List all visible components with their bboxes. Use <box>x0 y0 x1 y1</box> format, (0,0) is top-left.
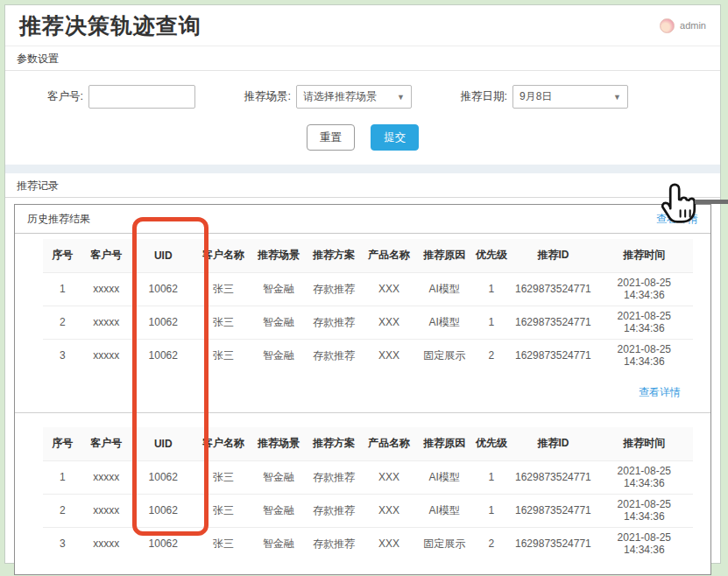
column-header: 推荐时间 <box>596 427 693 460</box>
column-header: 客户名称 <box>195 239 251 272</box>
table-cell: 1629873524771 <box>511 306 595 339</box>
table-cell: 智金融 <box>251 460 306 494</box>
date-select[interactable]: 9月8日 ▼ <box>512 85 628 109</box>
table-cell: xxxxx <box>82 272 131 306</box>
table-cell: 张三 <box>195 460 251 494</box>
history-results-box: 历史推荐结果 查看详情 序号客户号UID客户名称推荐场景推荐方案产品名称推荐原因… <box>14 204 711 575</box>
column-header: 推荐场景 <box>251 239 306 272</box>
column-header: 推荐方案 <box>306 427 361 460</box>
recommendation-table-2: 序号客户号UID客户名称推荐场景推荐方案产品名称推荐原因优先级推荐ID推荐时间 … <box>43 427 693 560</box>
table-cell: 智金融 <box>251 272 306 306</box>
table-cell: 1 <box>472 494 512 527</box>
table-cell: 10062 <box>131 306 195 339</box>
table-cell: 张三 <box>195 527 251 560</box>
table-cell: AI模型 <box>417 306 472 339</box>
table-cell: xxxxx <box>82 494 131 527</box>
customer-label: 客户号: <box>47 89 83 104</box>
column-header: 推荐ID <box>511 239 595 272</box>
reset-button[interactable]: 重置 <box>307 124 355 151</box>
column-header: 序号 <box>43 239 82 272</box>
column-header: 推荐原因 <box>417 239 472 272</box>
table-cell: 智金融 <box>251 339 306 372</box>
table-header-row: 序号客户号UID客户名称推荐场景推荐方案产品名称推荐原因优先级推荐ID推荐时间 <box>43 427 693 460</box>
chevron-down-icon: ▼ <box>397 93 405 102</box>
table-cell: 3 <box>43 527 82 560</box>
column-header: 客户号 <box>82 427 131 460</box>
table-cell: 1629873524771 <box>511 460 595 494</box>
table-cell: 固定展示 <box>417 527 472 560</box>
table-1-wrap: 序号客户号UID客户名称推荐场景推荐方案产品名称推荐原因优先级推荐ID推荐时间 … <box>15 234 710 372</box>
table-cell: 2021-08-25 14:34:36 <box>596 494 693 527</box>
table-cell: 2021-08-25 14:34:36 <box>596 272 693 306</box>
user-name: admin <box>680 20 706 31</box>
table-row: 3xxxxx10062张三智金融存款推荐XXX固定展示2162987352477… <box>43 527 693 560</box>
page-header: 推荐决策轨迹查询 admin <box>5 5 720 46</box>
chevron-down-icon: ▼ <box>613 93 621 102</box>
column-header: 优先级 <box>472 239 512 272</box>
column-header: 推荐时间 <box>596 239 693 272</box>
table-cell: 2 <box>43 494 82 527</box>
column-header: UID <box>131 427 195 460</box>
params-panel-title: 参数设置 <box>5 46 720 71</box>
table-cell: xxxxx <box>82 527 131 560</box>
table-cell: 存款推荐 <box>306 272 361 306</box>
table-cell: 存款推荐 <box>306 306 361 339</box>
table-cell: 10062 <box>131 272 195 306</box>
table-cell: XXX <box>362 460 417 494</box>
column-header: 推荐ID <box>511 427 595 460</box>
table-cell: xxxxx <box>82 306 131 339</box>
table-cell: 张三 <box>195 272 251 306</box>
column-header: 优先级 <box>472 427 512 460</box>
column-header: 客户号 <box>82 239 131 272</box>
table-cell: 1 <box>472 272 512 306</box>
table-cell: XXX <box>362 339 417 372</box>
date-field-group: 推荐日期: 9月8日 ▼ <box>461 85 628 109</box>
table-cell: xxxxx <box>82 460 131 494</box>
column-header: 推荐原因 <box>417 427 472 460</box>
column-header: 推荐方案 <box>306 239 361 272</box>
table-cell: 10062 <box>131 527 195 560</box>
table-cell: 固定展示 <box>417 339 472 372</box>
table-cell: 2021-08-25 14:34:36 <box>596 339 693 372</box>
table-cell: 智金融 <box>251 494 306 527</box>
table-cell: 存款推荐 <box>306 494 361 527</box>
params-panel: 参数设置 客户号: 推荐场景: 请选择推荐场景 ▼ 推荐日期: 9 <box>5 46 720 151</box>
column-header: 产品名称 <box>362 239 417 272</box>
column-header: 产品名称 <box>362 427 417 460</box>
table-cell: 存款推荐 <box>306 460 361 494</box>
column-header: 客户名称 <box>195 427 251 460</box>
recommendation-table-1: 序号客户号UID客户名称推荐场景推荐方案产品名称推荐原因优先级推荐ID推荐时间 … <box>43 239 693 372</box>
table-cell: XXX <box>362 527 417 560</box>
table-row: 2xxxxx10062张三智金融存款推荐XXXAI模型1162987352477… <box>43 494 693 527</box>
customer-field-group: 客户号: <box>47 85 195 109</box>
table-cell: AI模型 <box>417 460 472 494</box>
view-detail-link-middle[interactable]: 查看详情 <box>639 386 681 398</box>
table-cell: 1 <box>43 272 82 306</box>
table-cell: 2021-08-25 14:34:36 <box>596 460 693 494</box>
view-detail-link-top[interactable]: 查看详情 <box>656 212 698 227</box>
customer-input[interactable] <box>88 85 195 109</box>
table-divider <box>15 412 710 413</box>
column-header: 序号 <box>43 427 82 460</box>
table-cell: 1 <box>472 306 512 339</box>
date-select-value: 9月8日 <box>519 89 552 104</box>
table-cell: 1629873524771 <box>511 527 595 560</box>
submit-button[interactable]: 提交 <box>371 124 419 151</box>
scene-select[interactable]: 请选择推荐场景 ▼ <box>296 85 412 109</box>
table-cell: 2 <box>472 527 512 560</box>
table-cell: 10062 <box>131 460 195 494</box>
table-cell: 1629873524771 <box>511 339 595 372</box>
table-cell: 3 <box>43 339 82 372</box>
table-cell: AI模型 <box>417 494 472 527</box>
table-cell: 1629873524771 <box>511 272 595 306</box>
table-cell: 2 <box>43 306 82 339</box>
table-cell: 张三 <box>195 494 251 527</box>
user-area[interactable]: admin <box>660 18 706 33</box>
table-row: 1xxxxx10062张三智金融存款推荐XXXAI模型1162987352477… <box>43 272 693 306</box>
page-container: 推荐决策轨迹查询 admin 参数设置 客户号: 推荐场景: 请选择推荐场景 ▼ <box>4 4 721 564</box>
records-section-title: 推荐记录 <box>5 173 720 198</box>
table-row: 2xxxxx10062张三智金融存款推荐XXXAI模型1162987352477… <box>43 306 693 339</box>
table-cell: XXX <box>362 306 417 339</box>
table-2-wrap: 序号客户号UID客户名称推荐场景推荐方案产品名称推荐原因优先级推荐ID推荐时间 … <box>15 422 710 560</box>
table-cell: 存款推荐 <box>306 339 361 372</box>
